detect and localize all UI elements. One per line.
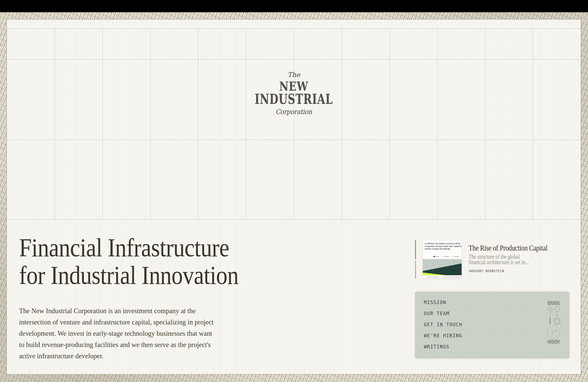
drafting-stamps-decoration: 25 NIC: [543, 299, 570, 346]
article-author: GREGORY BERNSTEIN: [469, 269, 504, 273]
square-diamond-icon: [554, 318, 560, 324]
grid-line-vertical: [198, 29, 198, 219]
thumbnail-caption: er efficient, low-carbon economy will be…: [425, 242, 462, 250]
top-bar: [0, 0, 588, 12]
chart-dark-series: [423, 259, 462, 275]
grid-line-vertical: [150, 29, 150, 219]
brand-line2: INDUSTRIAL: [82, 93, 506, 105]
grid-line-vertical: [55, 29, 55, 219]
svg-text:NIC: NIC: [555, 330, 557, 332]
legend-equity-marker-icon: [442, 256, 444, 257]
intro-paragraph: The New Industrial Corporation is an inv…: [19, 305, 213, 362]
grid-line-vertical: [294, 29, 294, 219]
legend-debt-marker-icon: [434, 256, 435, 257]
layout-grid: [7, 29, 581, 220]
map-sheet-panel: The NEW INDUSTRIAL Corporation Financial…: [6, 19, 581, 375]
article-accent-rule-bottom: [415, 260, 416, 278]
thumbnail-axis-labels: Commercialisation Growth ($0-$100x Fundi…: [423, 275, 462, 278]
hatched-stamp-bottom-icon: [547, 340, 560, 344]
intro-line: to build revenue-producing facilities an…: [19, 339, 213, 350]
brand-line1: NEW: [59, 81, 529, 91]
hatched-stamp-top-icon: [547, 301, 560, 305]
page-title-line: Financial Infrastructure: [19, 234, 239, 261]
article-title-link[interactable]: The Rise of Production Capital: [469, 244, 547, 253]
landing-page: The NEW INDUSTRIAL Corporation Financial…: [0, 0, 588, 382]
grid-line-vertical: [342, 29, 342, 219]
grid-line-vertical: [533, 29, 533, 219]
page-title: Financial Infrastructure for Industrial …: [19, 234, 239, 289]
article-excerpt: The structure of the global financial ar…: [469, 254, 529, 265]
intro-line: development. We invest in early-stage te…: [19, 328, 213, 339]
grid-line-vertical: [437, 29, 438, 219]
legend-grants-marker-icon: [452, 256, 453, 257]
intro-line: intersection of venture and infrastructu…: [19, 317, 213, 328]
thumbnail-chart-legend: Debt Equity Grants: [434, 255, 459, 257]
dashed-circle-nic-icon: [547, 326, 560, 339]
intro-line: active infrastructure developer.: [19, 350, 213, 362]
page-title-line: for Industrial Innovation: [19, 261, 239, 289]
grid-line-vertical: [389, 29, 390, 219]
thumbnail-area-chart: [423, 259, 462, 275]
article-accent-rule-top: [415, 240, 416, 259]
intro-line: The New Industrial Corporation is an inv…: [19, 305, 213, 317]
brand-prefix: The: [7, 71, 581, 79]
article-thumbnail[interactable]: er efficient, low-carbon economy will be…: [423, 240, 462, 278]
brand-logo[interactable]: The NEW INDUSTRIAL Corporation: [7, 71, 581, 116]
brand-suffix: Corporation: [36, 108, 552, 116]
grid-line-vertical: [103, 29, 103, 219]
nav-menu-card: MISSION OUR TEAM GET IN TOUCH WE'RE HIRI…: [415, 292, 569, 358]
circle-node-icon: [555, 307, 560, 312]
svg-text:25: 25: [549, 308, 551, 310]
